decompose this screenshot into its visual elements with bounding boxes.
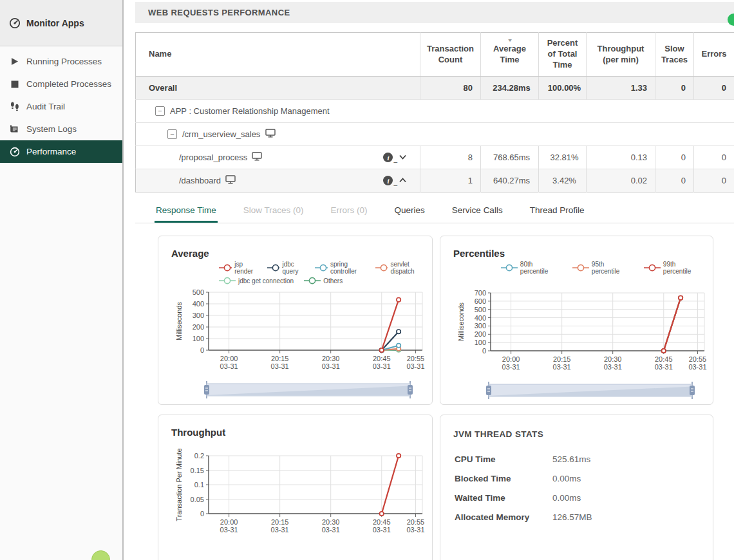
tab-queries[interactable]: Queries <box>393 204 426 223</box>
column-header-name[interactable]: Name <box>136 33 420 77</box>
chevron-up-icon[interactable] <box>399 176 407 185</box>
legend-label: jdbc query <box>282 261 305 275</box>
chart-legend: jsp renderjdbc queryspring controllerser… <box>169 261 424 285</box>
tab-errors[interactable]: Errors (0) <box>330 204 369 223</box>
svg-text:0.1: 0.1 <box>194 481 204 489</box>
tab-response-time[interactable]: Response Time <box>155 204 218 223</box>
column-header-slow-traces[interactable]: Slow Traces <box>655 33 694 77</box>
column-header-throughput[interactable]: Throughput (per min) <box>587 33 655 77</box>
svg-text:03-31: 03-31 <box>688 363 706 371</box>
legend-item[interactable]: jsp render <box>219 261 257 275</box>
monitor-icon <box>265 129 276 140</box>
legend-label: 99th percentile <box>663 261 705 275</box>
svg-text:03-31: 03-31 <box>406 362 424 370</box>
sort-desc-icon[interactable]: ▾ <box>508 37 512 44</box>
time-range-slider[interactable] <box>202 381 415 398</box>
stat-value: 0.00ms <box>552 474 581 483</box>
svg-text:600: 600 <box>475 297 486 305</box>
column-header-errors[interactable]: Errors <box>694 33 734 77</box>
sidebar: Monitor Apps Running Processes Completed… <box>0 0 124 560</box>
gauge-icon <box>9 146 20 157</box>
svg-text:300: 300 <box>193 312 204 319</box>
legend-item[interactable]: 95th percentile <box>572 261 634 275</box>
svg-text:700: 700 <box>475 289 486 297</box>
tab-service-calls[interactable]: Service Calls <box>451 204 504 223</box>
chart-title: Percentiles <box>453 248 705 259</box>
sidebar-item-completed-processes[interactable]: Completed Processes <box>0 73 122 95</box>
trace-icon: _ <box>393 179 397 186</box>
svg-text:0: 0 <box>482 347 486 355</box>
sidebar-item-audit-trail[interactable]: Audit Trail <box>0 95 122 118</box>
percentiles-line-chart: 010020030040050060070020:0003-3120:1503-… <box>455 289 713 374</box>
svg-text:03-31: 03-31 <box>322 526 340 534</box>
svg-text:0.05: 0.05 <box>191 496 204 503</box>
collapse-icon[interactable]: − <box>167 129 177 139</box>
request-name: /proposal_process <box>179 153 247 162</box>
sidebar-item-system-logs[interactable]: System Logs <box>0 118 122 140</box>
table-row-overall[interactable]: Overall 80 234.28ms 100.00% 1.33 0 0 <box>136 77 734 100</box>
sidebar-item-label: Completed Processes <box>26 79 111 89</box>
svg-text:20:00: 20:00 <box>502 355 520 363</box>
legend-label: 95th percentile <box>592 261 634 275</box>
time-range-slider[interactable] <box>484 382 697 399</box>
average-time-cell: 640.27ms <box>481 169 539 192</box>
svg-text:100: 100 <box>475 339 486 346</box>
svg-text:20:30: 20:30 <box>604 355 622 363</box>
svg-text:03-31: 03-31 <box>271 362 289 370</box>
row-name: Overall <box>136 77 420 100</box>
svg-text:03-31: 03-31 <box>502 363 520 371</box>
column-header-average-time[interactable]: ▾Average Time <box>481 33 539 77</box>
chevron-down-icon[interactable] <box>399 153 407 162</box>
info-icon[interactable]: i <box>383 176 393 185</box>
column-header-percent-of-total-time[interactable]: Percent of Total Time <box>539 33 587 77</box>
footprints-icon <box>9 101 20 112</box>
stop-icon <box>9 79 20 89</box>
legend-item[interactable]: servlet dispatch <box>375 261 424 275</box>
legend-label: jdbc get connection <box>238 277 294 285</box>
table-row-dashboard[interactable]: /dashboard i _ 1 640.27ms 3.42% 0.02 <box>136 169 734 192</box>
svg-text:500: 500 <box>193 288 204 296</box>
average-line-chart: 010020030040050020:0003-3120:1503-3120:3… <box>173 288 431 373</box>
info-icon[interactable]: i <box>383 153 393 162</box>
svg-text:03-31: 03-31 <box>373 362 391 370</box>
legend-label: spring controller <box>330 261 365 275</box>
svg-text:20:00: 20:00 <box>220 518 238 526</box>
tab-slow-traces[interactable]: Slow Traces (0) <box>242 204 305 223</box>
sidebar-item-performance[interactable]: Performance <box>0 140 122 163</box>
legend-item[interactable]: spring controller <box>315 261 365 275</box>
page-title: WEB REQUESTS PERFORMANCE <box>148 8 290 17</box>
svg-text:200: 200 <box>475 330 486 338</box>
floating-action-button[interactable] <box>91 550 110 560</box>
throughput-cell: 0.02 <box>587 169 655 192</box>
table-row-crm-userview-sales[interactable]: − /crm_userview_sales <box>136 123 734 146</box>
sidebar-header: Monitor Apps <box>0 0 122 46</box>
sidebar-item-running-processes[interactable]: Running Processes <box>0 50 122 73</box>
stat-label: Blocked Time <box>455 474 552 483</box>
legend-item[interactable]: 99th percentile <box>644 261 705 275</box>
sidebar-item-label: System Logs <box>26 124 77 134</box>
collapse-icon[interactable]: − <box>155 106 165 116</box>
sidebar-nav: Running Processes Completed Processes Au… <box>0 46 122 163</box>
table-row-proposal-process[interactable]: /proposal_process i _ 8 768.65ms 32.81% <box>136 146 734 169</box>
transaction-count-cell: 1 <box>420 169 481 192</box>
legend-label: 80th percentile <box>520 261 562 275</box>
throughput-chart-card: Throughput 00.050.10.150.220:0003-3120:1… <box>158 415 433 560</box>
svg-text:20:30: 20:30 <box>322 518 340 526</box>
table-row-app-group[interactable]: − APP : Customer Relationship Management <box>136 100 734 123</box>
svg-text:0: 0 <box>200 510 204 518</box>
page-header: WEB REQUESTS PERFORMANCE <box>135 2 734 23</box>
legend-item[interactable]: jdbc get connection <box>219 277 294 285</box>
logs-icon <box>9 124 20 135</box>
svg-text:20:45: 20:45 <box>373 355 391 362</box>
tab-thread-profile[interactable]: Thread Profile <box>529 204 586 223</box>
monitor-icon <box>252 152 262 163</box>
play-icon <box>9 56 20 67</box>
slow-traces-cell: 0 <box>655 77 694 100</box>
legend-item[interactable]: jdbc query <box>267 261 305 275</box>
legend-item[interactable]: Others <box>304 277 343 285</box>
stat-row-blocked-time: Blocked Time 0.00ms <box>455 474 705 483</box>
legend-label: servlet dispatch <box>390 261 424 275</box>
column-header-transaction-count[interactable]: Transaction Count <box>420 33 481 77</box>
status-indicator-dot <box>728 14 734 26</box>
legend-item[interactable]: 80th percentile <box>501 261 562 275</box>
